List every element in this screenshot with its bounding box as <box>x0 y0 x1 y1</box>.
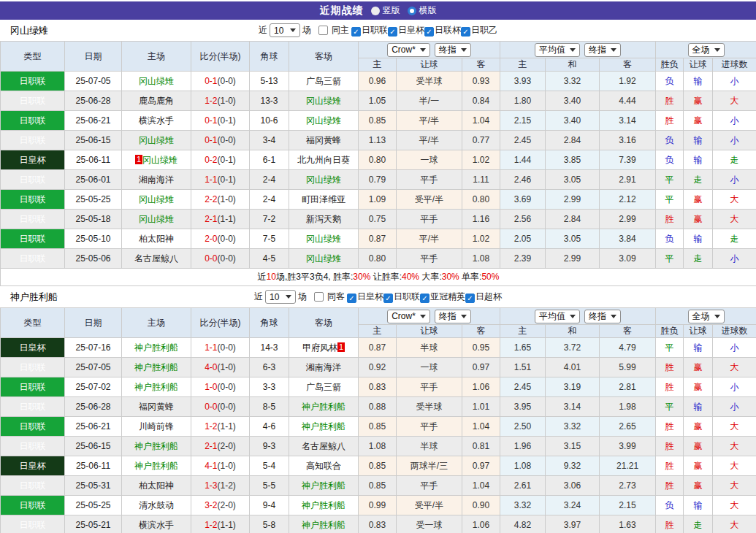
goals-result-cell: 大 <box>713 210 756 229</box>
same-venue-checkbox[interactable] <box>318 26 328 35</box>
handicap-result-cell: 走 <box>684 515 713 533</box>
home-team-cell: 神户胜利船 <box>122 338 191 358</box>
fulltime-score: 0-1 <box>205 135 217 145</box>
away-handicap-odds-cell: 0.97 <box>462 456 500 476</box>
winloss-result-cell: 负 <box>656 72 684 91</box>
league-filter-checkbox[interactable] <box>351 27 361 37</box>
league-filter-checkbox[interactable] <box>347 294 356 303</box>
results-table: 类型 日期 主场 比分(半场) 角球 客场 Crow* 终指 平均值 终指 <box>0 41 756 286</box>
corner-cell: 5-8 <box>250 515 289 533</box>
score-cell: 1-1(0-0) <box>191 338 250 358</box>
col-header-away: 客场 <box>289 42 359 72</box>
team-name: 广岛三箭 <box>306 382 341 392</box>
team-name: 神户胜利船 <box>134 441 178 451</box>
avg-draw-odds-cell: 2.99 <box>546 190 600 210</box>
away-handicap-odds-cell: 1.06 <box>462 377 500 397</box>
match-row: 日皇杯25-06-111冈山绿雉0-2(0-1)6-1北九州向日葵0.80一球1… <box>1 150 756 170</box>
away-handicap-odds-cell: 1.06 <box>462 515 500 533</box>
avg-home-odds-cell: 3.69 <box>500 190 546 210</box>
away-handicap-odds-cell: 0.80 <box>462 190 500 210</box>
team-name: 甲府风林 <box>302 342 337 353</box>
corner-cell: 4-5 <box>250 249 289 269</box>
winloss-result-cell: 负 <box>656 496 684 515</box>
bookmaker-select[interactable]: Crow* <box>387 43 430 57</box>
fulltime-score: 0-2 <box>205 155 217 165</box>
home-handicap-odds-cell: 0.79 <box>359 170 397 190</box>
away-handicap-odds-cell: 1.01 <box>462 397 500 417</box>
fulltime-score: 2-2 <box>205 194 217 204</box>
halftime-score: (0-0) <box>218 253 236 264</box>
home-handicap-odds-cell: 0.92 <box>359 358 397 377</box>
home-handicap-odds-cell: 0.88 <box>359 397 397 417</box>
winloss-result-cell: 平 <box>656 249 684 269</box>
avg-home-odds-cell: 2.39 <box>500 249 546 269</box>
league-type-cell: 日职联 <box>1 496 65 515</box>
team-name: 湘南海洋 <box>306 362 341 372</box>
handicap-line-cell: 平手 <box>397 377 462 397</box>
handicap-line-cell: 半球 <box>397 338 462 358</box>
score-cell: 0-0(0-0) <box>191 397 250 417</box>
score-cell: 1-1(0-1) <box>191 170 250 190</box>
average-select[interactable]: 平均值 <box>535 43 580 57</box>
home-handicap-odds-cell: 0.75 <box>359 210 397 229</box>
bookmaker-select[interactable]: Crow* <box>387 310 430 323</box>
scope-select[interactable]: 全场 <box>688 43 725 57</box>
corner-cell: 7-2 <box>250 210 289 229</box>
final-odds-select[interactable]: 终指 <box>435 43 471 57</box>
match-count-select[interactable]: 10 <box>270 23 300 37</box>
match-date-cell: 25-07-05 <box>65 358 122 377</box>
scope-select[interactable]: 全场 <box>688 310 725 323</box>
league-filter-checkbox[interactable] <box>420 294 429 303</box>
corner-cell: 6-3 <box>250 358 289 377</box>
match-date-cell: 25-07-02 <box>65 377 122 397</box>
league-filter-checkbox[interactable] <box>383 294 393 303</box>
games-label: 场 <box>298 291 307 303</box>
sub-header-handicap: 让球 <box>397 58 462 72</box>
average-select[interactable]: 平均值 <box>535 310 580 323</box>
league-filter-checkbox[interactable] <box>465 294 475 303</box>
match-row: 日职联25-06-21川崎前锋1-2(1-1)4-6神户胜利船0.85平手1.0… <box>1 417 756 437</box>
halftime-score: (2-0) <box>218 500 236 510</box>
goals-result-cell: 小 <box>713 338 756 358</box>
sub-header-avg-draw: 和 <box>546 325 600 338</box>
avg-home-odds-cell: 3.32 <box>500 496 546 515</box>
halftime-score: (1-1) <box>218 421 236 432</box>
league-filter-checkbox[interactable] <box>461 27 470 37</box>
league-filter-checkbox[interactable] <box>424 27 434 37</box>
handicap-result-cell: 赢 <box>684 476 713 496</box>
avg-draw-odds-cell: 3.32 <box>546 72 600 91</box>
radio-selected-icon[interactable] <box>408 7 416 15</box>
halftime-score: (0-0) <box>218 382 236 392</box>
summary-part: 50% <box>481 272 499 282</box>
team-name: 福冈黄蜂 <box>306 135 341 145</box>
chevron-down-icon <box>611 315 616 318</box>
layout-radio-horizontal[interactable]: 横版 <box>408 4 437 17</box>
col-header-date: 日期 <box>65 308 122 338</box>
league-filter-checkbox[interactable] <box>388 27 397 37</box>
same-venue-checkbox[interactable] <box>314 292 324 302</box>
handicap-odds-group: Crow* 终指 <box>359 308 500 325</box>
page-title: 近期战绩 <box>320 4 364 18</box>
layout-radio-vertical[interactable]: 竖版 <box>371 4 400 17</box>
goals-result-cell: 小 <box>713 377 756 397</box>
league-type-cell: 日职联 <box>1 229 65 249</box>
final-odds-select-2[interactable]: 终指 <box>584 310 621 323</box>
handicap-line-cell: 平/半 <box>397 131 462 150</box>
final-odds-select[interactable]: 终指 <box>435 310 471 323</box>
radio-icon[interactable] <box>371 7 380 15</box>
match-date-cell: 25-07-16 <box>65 338 122 358</box>
final-odds-value: 终指 <box>439 310 457 323</box>
match-row: 日职联25-05-21横滨水手1-2(1-1)5-8神户胜利船0.83受一球1.… <box>1 515 756 533</box>
chevron-down-icon <box>570 315 576 318</box>
avg-home-odds-cell: 1.44 <box>500 150 546 170</box>
league-filter-label: 日皇杯 <box>398 25 424 35</box>
summary-part: 让胜率: <box>370 272 402 282</box>
final-odds-select-2[interactable]: 终指 <box>584 43 621 57</box>
avg-draw-odds-cell: 3.06 <box>546 476 600 496</box>
halftime-score: (1-2) <box>218 480 236 491</box>
avg-home-odds-cell: 1.65 <box>500 338 546 358</box>
fulltime-score: 0-1 <box>205 76 217 86</box>
team-name: 清水鼓动 <box>139 500 174 510</box>
match-count-select[interactable]: 10 <box>265 290 296 304</box>
winloss-result-cell: 胜 <box>656 476 684 496</box>
